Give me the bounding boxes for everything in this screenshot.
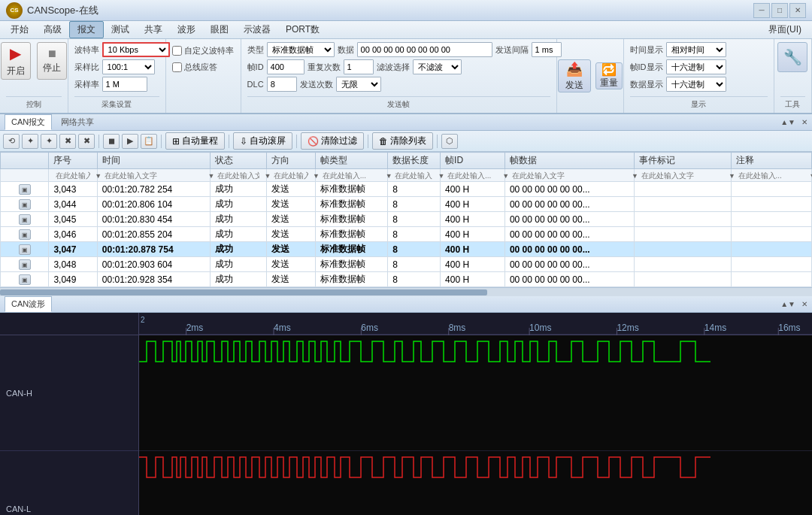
frame-id-input[interactable]	[267, 59, 304, 74]
samplerate-input[interactable]	[102, 77, 147, 92]
tb-icon1[interactable]: ⟲	[3, 134, 20, 149]
frame-sendtimes-select[interactable]: 无限	[336, 77, 381, 92]
table-cell-0: 3,044	[49, 197, 97, 212]
filter-cell-5: ▼	[315, 169, 388, 182]
tb-icon7[interactable]: ▶	[122, 134, 138, 149]
table-cell-8	[634, 212, 731, 227]
th-len: 数据长度	[388, 153, 441, 169]
time-display-select[interactable]: 相对时间	[666, 42, 726, 57]
auto-quantity-btn[interactable]: ⊞ 自动量程	[165, 132, 225, 150]
table-cell-4: 标准数据帧	[315, 257, 388, 272]
filter-input-dir[interactable]	[271, 171, 310, 180]
filter-input-status[interactable]	[215, 171, 262, 180]
tab-can-wave[interactable]: CAN波形	[5, 296, 52, 312]
custom-baudrate-checkbox[interactable]	[172, 46, 182, 56]
wave-collapse-icon[interactable]: ▲▼	[780, 300, 795, 308]
filter-input-data[interactable]	[510, 171, 629, 180]
clear-filter-btn[interactable]: 🚫 清除过滤	[301, 132, 364, 150]
tb-extra-icon[interactable]: ⬡	[441, 134, 458, 149]
table-cell-3: 发送	[267, 212, 315, 227]
tab-can-message[interactable]: CAN报文	[5, 114, 52, 130]
table-cell-0: 3,048	[49, 257, 97, 272]
id-display-select[interactable]: 十六进制	[666, 59, 726, 74]
send-button[interactable]: 📤 发送	[558, 59, 591, 92]
toolbar-separator2	[161, 135, 162, 148]
menu-port[interactable]: PORT数	[278, 22, 327, 38]
stop-button[interactable]: ⏹ 停止	[37, 42, 67, 80]
menu-ui[interactable]: 界面(UI)	[761, 22, 809, 38]
table-cell-9	[731, 227, 811, 242]
tb-icon3[interactable]: ✦	[41, 134, 57, 149]
table-row[interactable]: ▣3,04500:01:20.830 454成功发送标准数据帧8400 H00 …	[1, 212, 812, 227]
frame-data-input[interactable]	[357, 42, 492, 57]
table-row[interactable]: ▣3,04600:01:20.855 204成功发送标准数据帧8400 H00 …	[1, 227, 812, 242]
samplerate-row: 采样率	[74, 77, 147, 92]
wave-channel-canl[interactable]: CAN-L	[0, 451, 138, 515]
filter-input-time[interactable]	[102, 171, 205, 180]
menu-scope[interactable]: 示波器	[236, 22, 278, 38]
tb-icon8[interactable]: 📋	[141, 134, 157, 149]
frame-repeat-label: 重复次数	[308, 62, 341, 73]
data-display-select[interactable]: 十六进制	[666, 77, 726, 92]
filter-input-frameid[interactable]	[445, 171, 500, 180]
wave-close-icon[interactable]: ✕	[801, 300, 807, 308]
panel-close-icon[interactable]: ✕	[801, 118, 807, 126]
wave-channel-canh[interactable]: CAN-H	[0, 335, 138, 451]
table-row[interactable]: ▣3,04300:01:20.782 254成功发送标准数据帧8400 H00 …	[1, 182, 812, 197]
frame-repeat-input[interactable]	[344, 59, 374, 74]
menu-advanced[interactable]: 高级	[36, 22, 69, 38]
table-body: ▣3,04300:01:20.782 254成功发送标准数据帧8400 H00 …	[1, 182, 812, 287]
tools-button[interactable]: 🔧	[777, 42, 807, 72]
tb-icon4[interactable]: ✖	[59, 134, 76, 149]
bus-response-checkbox[interactable]	[172, 62, 182, 72]
menu-share[interactable]: 共享	[137, 22, 170, 38]
frame-dlc-input[interactable]	[267, 77, 297, 92]
filter-input-note[interactable]	[736, 171, 807, 180]
close-button[interactable]: ✕	[789, 3, 806, 18]
clear-filter-icon: 🚫	[308, 136, 319, 147]
menu-message[interactable]: 报文	[69, 21, 104, 38]
filter-input-type[interactable]	[320, 171, 383, 180]
frame-filter-select[interactable]: 不滤波	[413, 59, 462, 74]
panel-collapse-icon[interactable]: ▲▼	[780, 118, 795, 126]
th-type: 帧类型	[315, 153, 388, 169]
tab-network-share[interactable]: 网络共享	[55, 115, 100, 129]
control-section-label: 控制	[6, 96, 62, 110]
menu-test[interactable]: 测试	[104, 22, 137, 38]
table-cell-8	[634, 197, 731, 212]
title-bar-controls[interactable]: ─ □ ✕	[753, 3, 806, 18]
repeat-button[interactable]: 🔁 重量	[595, 62, 623, 89]
maximize-button[interactable]: □	[771, 3, 788, 18]
ratio-select[interactable]: 100:1	[102, 59, 155, 74]
filter-input-number[interactable]	[53, 171, 92, 180]
auto-scroll-btn[interactable]: ⇩ 自动滚屏	[233, 132, 292, 150]
table-cell-8	[634, 227, 731, 242]
clear-list-icon: 🗑	[379, 136, 388, 147]
table-cell-1: 00:01:20.928 354	[97, 272, 210, 287]
data-display-row: 数据显示 十六进制	[630, 77, 726, 92]
auto-scroll-label: 自动滚屏	[250, 135, 286, 147]
baudrate-select[interactable]: 10 Kbps	[102, 42, 170, 57]
tb-icon5[interactable]: ✖	[78, 134, 95, 149]
ratio-label: 采样比	[74, 62, 99, 73]
play-button[interactable]: ▶ 开启	[1, 42, 31, 80]
tb-icon2[interactable]: ✦	[22, 134, 38, 149]
filter-input-len[interactable]	[392, 171, 435, 180]
filter-input-event[interactable]	[639, 171, 726, 180]
h-scrollbar[interactable]	[0, 287, 812, 296]
menu-eye[interactable]: 眼图	[203, 22, 236, 38]
clear-list-btn[interactable]: 🗑 清除列表	[372, 132, 433, 150]
tb-icon6[interactable]: ◼	[103, 134, 120, 149]
id-display-row: 帧ID显示 十六进制	[630, 59, 726, 74]
frame-type-select[interactable]: 标准数据帧	[267, 42, 335, 57]
can-waveform-panel: CAN波形 ▲▼ ✕ CAN-H CAN-L CAN-共模 CAN-差分 CAN…	[0, 296, 812, 515]
table-row[interactable]: ▣3,04400:01:20.806 104成功发送标准数据帧8400 H00 …	[1, 197, 812, 212]
menu-wave[interactable]: 波形	[170, 22, 203, 38]
table-row[interactable]: ▣3,04700:01:20.878 754成功发送标准数据帧8400 H00 …	[1, 242, 812, 257]
table-cell-3: 发送	[267, 197, 315, 212]
table-row[interactable]: ▣3,04900:01:20.928 354成功发送标准数据帧8400 H00 …	[1, 272, 812, 287]
minimize-button[interactable]: ─	[753, 3, 770, 18]
table-cell-6: 400 H	[441, 257, 505, 272]
table-row[interactable]: ▣3,04800:01:20.903 604成功发送标准数据帧8400 H00 …	[1, 257, 812, 272]
menu-start[interactable]: 开始	[3, 22, 36, 38]
